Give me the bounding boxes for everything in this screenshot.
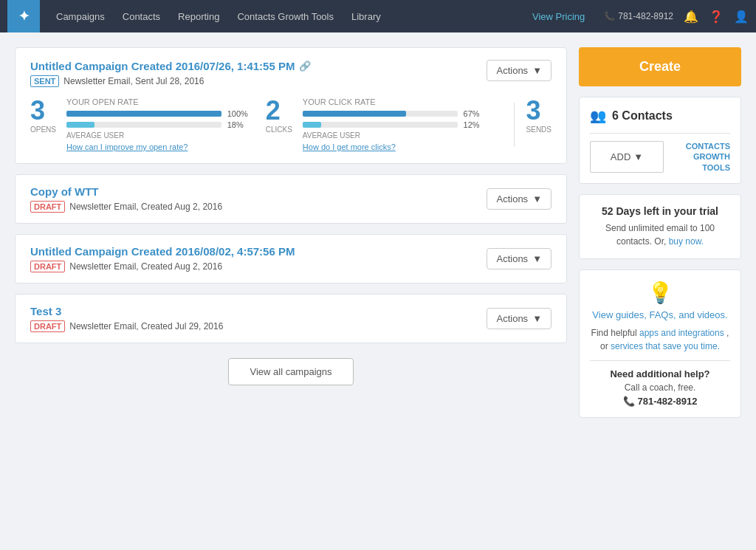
actions-button-3[interactable]: Actions ▼ bbox=[487, 248, 551, 269]
campaign-header-3: Untitled Campaign Created 2016/08/02, 4:… bbox=[30, 245, 551, 272]
guides-link[interactable]: View guides, FAQs, and videos. bbox=[590, 309, 730, 320]
campaign-type-4: Newsletter Email, Created Jul 29, 2016 bbox=[69, 321, 223, 331]
click-rate-bar-fill bbox=[303, 111, 407, 117]
click-rate-help-link[interactable]: How do I get more clicks? bbox=[303, 142, 487, 151]
link-icon: 🔗 bbox=[299, 61, 311, 72]
campaign-card-4: Test 3 DRAFT Newsletter Email, Created J… bbox=[15, 294, 567, 343]
trial-box: 52 Days left in your trial Send unlimite… bbox=[579, 194, 741, 259]
avg-open-bar-fill bbox=[66, 122, 94, 128]
campaign-card-3: Untitled Campaign Created 2016/08/02, 4:… bbox=[15, 234, 567, 283]
help-phone: 📞 781-482-8912 bbox=[590, 396, 730, 407]
campaigns-list: Untitled Campaign Created 2016/07/26, 1:… bbox=[15, 47, 567, 418]
avg-click-bar-container bbox=[303, 122, 458, 128]
open-rate-bar-container bbox=[66, 111, 221, 117]
avg-user-label-open: AVERAGE USER bbox=[66, 131, 251, 140]
campaign-header-4: Test 3 DRAFT Newsletter Email, Created J… bbox=[30, 305, 551, 332]
avg-click-rate-bar: 12% bbox=[303, 120, 487, 129]
open-rate-help-link[interactable]: How can I improve my open rate? bbox=[66, 142, 251, 151]
growth-tools-button[interactable]: CONTACTS GROWTH TOOLS bbox=[664, 141, 730, 173]
create-button[interactable]: Create bbox=[579, 47, 741, 86]
campaign-stats-1: 3 OPENS YOUR OPEN RATE 100% bbox=[30, 97, 551, 151]
logo-icon: ✦ bbox=[18, 8, 30, 24]
trial-title: 52 Days left in your trial bbox=[590, 205, 730, 217]
avg-open-pct: 18% bbox=[227, 120, 251, 129]
campaign-info-1: Untitled Campaign Created 2016/07/26, 1:… bbox=[30, 60, 311, 87]
campaign-meta-1: SENT Newsletter Email, Sent Jul 28, 2016 bbox=[30, 75, 311, 87]
clicks-label: CLICKS bbox=[266, 126, 292, 134]
buy-now-link[interactable]: buy now. bbox=[669, 236, 704, 247]
nav-contacts[interactable]: Contacts bbox=[114, 0, 169, 32]
coach-text: Call a coach, free. bbox=[590, 382, 730, 393]
actions-button-1[interactable]: Actions ▼ bbox=[487, 60, 551, 81]
status-badge-sent: SENT bbox=[30, 75, 59, 87]
nav-reporting[interactable]: Reporting bbox=[169, 0, 228, 32]
phone-icon-small: 📞 bbox=[623, 396, 635, 407]
clicks-number: 2 bbox=[266, 97, 292, 124]
campaign-meta-4: DRAFT Newsletter Email, Created Jul 29, … bbox=[30, 320, 223, 332]
clicks-block: 2 CLICKS bbox=[266, 97, 292, 134]
sends-number: 3 bbox=[526, 97, 551, 124]
help-divider bbox=[590, 360, 730, 361]
opens-number: 3 bbox=[30, 97, 56, 124]
click-rate-pct: 67% bbox=[464, 109, 487, 118]
chevron-down-icon: ▼ bbox=[532, 65, 542, 76]
your-click-rate-bar: 67% bbox=[303, 109, 487, 118]
help-icon[interactable]: ❓ bbox=[709, 10, 724, 24]
nav-library[interactable]: Library bbox=[343, 0, 390, 32]
campaign-meta-2: DRAFT Newsletter Email, Created Aug 2, 2… bbox=[30, 201, 222, 213]
actions-button-2[interactable]: Actions ▼ bbox=[487, 188, 551, 210]
opens-label: OPENS bbox=[30, 126, 56, 134]
nav-right: View Pricing 📞 781-482-8912 🔔 ❓ 👤 bbox=[523, 0, 749, 32]
stats-divider bbox=[514, 103, 515, 147]
page-layout: Untitled Campaign Created 2016/07/26, 1:… bbox=[0, 32, 756, 433]
lightbulb-icon: 💡 bbox=[590, 281, 730, 305]
contacts-icon: 👥 bbox=[590, 108, 606, 124]
actions-button-4[interactable]: Actions ▼ bbox=[487, 308, 551, 329]
campaign-type-3: Newsletter Email, Created Aug 2, 2016 bbox=[69, 261, 222, 272]
campaign-card-1: Untitled Campaign Created 2016/07/26, 1:… bbox=[15, 47, 567, 164]
open-rate-label: YOUR OPEN RATE bbox=[66, 97, 251, 106]
bell-icon[interactable]: 🔔 bbox=[684, 10, 698, 24]
chevron-down-icon-4: ▼ bbox=[532, 313, 542, 324]
nav-growth-tools[interactable]: Contacts Growth Tools bbox=[228, 0, 343, 32]
add-contacts-button[interactable]: ADD ▼ bbox=[590, 141, 664, 173]
nav-phone: 📞 781-482-8912 bbox=[604, 11, 673, 21]
contacts-box: 👥 6 Contacts ADD ▼ CONTACTS GROWTH TOOLS bbox=[579, 97, 741, 184]
trial-text: Send unlimited email to 100 contacts. Or… bbox=[590, 221, 730, 248]
status-badge-draft-2: DRAFT bbox=[30, 201, 65, 213]
campaign-type-2: Newsletter Email, Created Aug 2, 2016 bbox=[69, 202, 222, 212]
contacts-actions: ADD ▼ CONTACTS GROWTH TOOLS bbox=[590, 133, 730, 173]
chevron-down-icon-add: ▼ bbox=[633, 151, 643, 162]
chevron-down-icon-3: ▼ bbox=[532, 253, 542, 264]
campaign-title-3: Untitled Campaign Created 2016/08/02, 4:… bbox=[30, 245, 295, 258]
logo[interactable]: ✦ bbox=[7, 0, 40, 32]
view-all-row: View all campaigns bbox=[15, 358, 567, 385]
open-rate-bar-fill bbox=[66, 111, 221, 117]
view-all-campaigns-button[interactable]: View all campaigns bbox=[228, 358, 353, 385]
campaign-header-1: Untitled Campaign Created 2016/07/26, 1:… bbox=[30, 60, 551, 87]
services-link[interactable]: services that save you time. bbox=[611, 341, 720, 351]
help-integrations-text: Find helpful apps and integrations , or … bbox=[590, 326, 730, 353]
open-rate-pct: 100% bbox=[227, 109, 251, 118]
click-rate-bar-container bbox=[303, 111, 458, 117]
campaign-title-2: Copy of WTT bbox=[30, 185, 222, 198]
campaign-info-3: Untitled Campaign Created 2016/08/02, 4:… bbox=[30, 245, 295, 272]
user-icon[interactable]: 👤 bbox=[734, 10, 749, 24]
click-rate-block: YOUR CLICK RATE 67% 12% AVERAGE USER bbox=[303, 97, 487, 151]
click-rate-label: YOUR CLICK RATE bbox=[303, 97, 487, 106]
opens-block: 3 OPENS bbox=[30, 97, 56, 134]
nav-campaigns[interactable]: Campaigns bbox=[47, 0, 114, 32]
nav-view-pricing[interactable]: View Pricing bbox=[523, 0, 594, 32]
campaign-meta-3: DRAFT Newsletter Email, Created Aug 2, 2… bbox=[30, 261, 295, 272]
apps-link[interactable]: apps and integrations bbox=[639, 328, 724, 338]
nav-links: Campaigns Contacts Reporting Contacts Gr… bbox=[47, 0, 523, 32]
campaign-title-1: Untitled Campaign Created 2016/07/26, 1:… bbox=[30, 60, 311, 72]
phone-icon: 📞 bbox=[604, 11, 615, 21]
status-badge-draft-3: DRAFT bbox=[30, 261, 65, 272]
sends-block: 3 SENDS bbox=[526, 97, 551, 134]
campaign-card-2: Copy of WTT DRAFT Newsletter Email, Crea… bbox=[15, 174, 567, 224]
your-open-rate-bar: 100% bbox=[66, 109, 251, 118]
campaign-type-1: Newsletter Email, Sent Jul 28, 2016 bbox=[63, 76, 204, 86]
avg-user-label-click: AVERAGE USER bbox=[303, 131, 487, 140]
sends-label: SENDS bbox=[526, 126, 551, 134]
